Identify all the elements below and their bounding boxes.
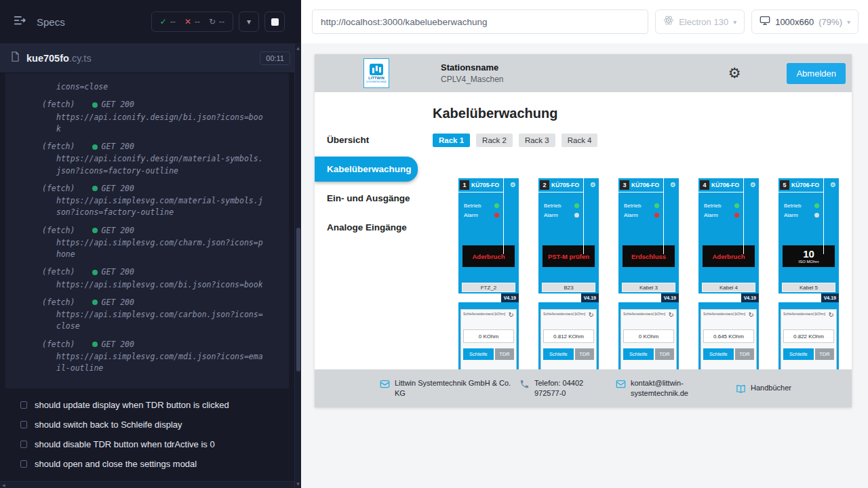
tab-rack-1[interactable]: Rack 1 <box>433 134 470 147</box>
stat-pending: ↻-- <box>209 17 224 26</box>
specs-label[interactable]: Specs <box>37 16 65 28</box>
divider <box>583 178 584 254</box>
cypress-runner-panel: Specs ✓-- ✕-- ↻-- ▾ kue705fo.cy.ts 00:11… <box>0 0 301 488</box>
device-settings-icon[interactable]: ⚙ <box>590 182 596 188</box>
phone-contact: Telefon: 04402 972577-0 <box>519 378 608 399</box>
schleife-button[interactable]: Schleife <box>543 348 574 360</box>
viewport-select[interactable]: 1000x660 (79%) ▾ <box>751 9 859 34</box>
device-model: KÜ706-FO <box>631 182 668 188</box>
sidebar-item-analoge-eingaenge[interactable]: Analoge Eingänge <box>315 215 418 240</box>
alarm-led <box>494 213 499 218</box>
refresh-icon[interactable]: ↻ <box>669 312 674 319</box>
log-entry[interactable]: (fetch)GET 200 https://api.simplesvg.com… <box>42 225 263 261</box>
test-item[interactable]: should update display when TDR button is… <box>0 395 301 415</box>
test-list: should update display when TDR button is… <box>0 392 301 476</box>
measurement-value: 0.812 KOhm <box>543 329 594 343</box>
tab-rack-3[interactable]: Rack 3 <box>519 134 555 147</box>
stat-passed: ✓-- <box>160 17 176 26</box>
tdr-button[interactable]: TDR <box>815 348 834 360</box>
chevron-down-icon: ▾ <box>247 17 251 26</box>
viewport-scale: (79%) <box>818 17 842 27</box>
refresh-icon[interactable]: ↻ <box>829 312 834 319</box>
success-dot-icon <box>92 342 98 347</box>
littwin-logo: LITTWIN SYSTEMTECHNIK <box>363 58 389 88</box>
alarm-led <box>734 213 739 218</box>
tdr-button[interactable]: TDR <box>655 348 674 360</box>
collapse-button[interactable]: ▾ <box>239 12 259 32</box>
app-sidebar: Übersicht Kabelüberwachung Ein- und Ausg… <box>315 92 418 407</box>
alarm-label: Alarm <box>624 212 638 218</box>
tdr-button[interactable]: TDR <box>495 348 514 360</box>
tab-rack-4[interactable]: Rack 4 <box>561 134 598 147</box>
scroll-up-icon[interactable]: ▲ <box>295 45 301 50</box>
test-item[interactable]: should open and close the settings modal <box>0 454 301 474</box>
tdr-button[interactable]: TDR <box>575 348 594 360</box>
url-input[interactable] <box>312 9 648 34</box>
scroll-down-icon[interactable]: ▼ <box>295 481 301 486</box>
scroll-left-icon[interactable]: ◀ <box>2 483 5 487</box>
horizontal-scrollbar[interactable]: ◀ <box>0 481 294 488</box>
station-info: Stationsname CPLV4_Maschen <box>441 62 504 84</box>
station-name: CPLV4_Maschen <box>441 75 504 84</box>
vertical-scrollbar[interactable]: ▲ ▼ <box>294 43 301 488</box>
log-entry[interactable]: (fetch)GET 200 https://api.simplesvg.com… <box>42 266 263 291</box>
divider <box>823 178 824 254</box>
log-entry[interactable]: icons=close <box>42 81 263 93</box>
refresh-icon[interactable]: ↻ <box>509 312 514 319</box>
log-entry[interactable]: (fetch)GET 200 https://api.simplesvg.com… <box>42 297 263 333</box>
measurement-label: Schleifenwiderstand [kOhm] <box>783 312 827 316</box>
stop-button[interactable] <box>264 12 285 32</box>
refresh-icon[interactable]: ↻ <box>749 312 754 319</box>
divider <box>618 293 661 302</box>
test-box-icon <box>20 421 27 428</box>
spec-header[interactable]: kue705fo.cy.ts 00:11 <box>0 43 301 73</box>
aut-stage: Electron 130 ▾ 1000x660 (79%) ▾ LITTWIN … <box>301 0 868 488</box>
test-item[interactable]: should disable TDR button when tdrActive… <box>0 434 301 454</box>
log-entry[interactable]: (fetch)GET 200 https://api.iconify.desig… <box>42 99 263 135</box>
electron-icon <box>663 15 674 28</box>
divider <box>538 192 583 192</box>
rack-tabs: Rack 1 Rack 2 Rack 3 Rack 4 <box>433 134 852 147</box>
tdr-button[interactable]: TDR <box>735 348 754 360</box>
success-dot-icon <box>92 102 98 108</box>
logout-button[interactable]: Abmelden <box>787 63 846 84</box>
schleife-button[interactable]: Schleife <box>623 348 654 360</box>
company-contact: Littwin Systemtechnik GmbH & Co. KG <box>380 378 515 399</box>
sidebar-item-uebersicht[interactable]: Übersicht <box>315 127 418 152</box>
runner-header: Specs ✓-- ✕-- ↻-- ▾ <box>0 0 301 43</box>
betrieb-led <box>494 203 499 208</box>
manuals-link[interactable]: Handbücher <box>736 383 791 394</box>
device-settings-icon[interactable]: ⚙ <box>830 182 836 188</box>
betrieb-label: Betrieb <box>624 203 641 209</box>
sidebar-item-ein-und-ausgaenge[interactable]: Ein- und Ausgänge <box>315 186 418 211</box>
betrieb-label: Betrieb <box>464 203 481 209</box>
test-stats: ✓-- ✕-- ↻-- <box>151 12 233 32</box>
device-settings-icon[interactable]: ⚙ <box>670 182 676 188</box>
specs-menu-icon[interactable] <box>14 16 26 28</box>
app-header: LITTWIN SYSTEMTECHNIK Stationsname CPLV4… <box>315 54 852 92</box>
schleife-button[interactable]: Schleife <box>463 348 494 360</box>
device-settings-icon[interactable]: ⚙ <box>750 182 756 188</box>
schleife-button[interactable]: Schleife <box>703 348 734 360</box>
browser-select[interactable]: Electron 130 ▾ <box>655 9 745 34</box>
firmware-version: V4.19 <box>821 293 839 302</box>
settings-gear-icon[interactable]: ⚙ <box>728 66 741 81</box>
sidebar-item-kabelueberwachung[interactable]: Kabelüberwachung <box>315 157 418 182</box>
measurement-panel: Schleifenwiderstand [kOhm] ↻ 0.812 KOhm … <box>540 309 597 375</box>
device-settings-icon[interactable]: ⚙ <box>510 182 516 188</box>
success-dot-icon <box>92 144 98 150</box>
alarm-led <box>654 213 659 218</box>
tab-rack-2[interactable]: Rack 2 <box>476 134 513 147</box>
scrollbar-thumb[interactable] <box>296 228 300 371</box>
email-contact[interactable]: kontakt@littwin-systemtechnik.de <box>616 378 717 399</box>
device-cards: 1KÜ705-FO⚙ Betrieb Alarm Aderbruch FTZ_2… <box>458 178 852 388</box>
log-entry[interactable]: (fetch)GET 200 https://api.iconify.desig… <box>42 141 263 177</box>
divider <box>698 293 741 302</box>
chevron-down-icon: ▾ <box>733 18 736 26</box>
log-entry[interactable]: (fetch)GET 200 https://api.simplesvg.com… <box>42 339 263 375</box>
monitor-icon <box>760 15 770 28</box>
test-item[interactable]: should switch back to Schleife display <box>0 415 301 434</box>
log-entry[interactable]: (fetch)GET 200 https://api.simplesvg.com… <box>42 183 263 219</box>
schleife-button[interactable]: Schleife <box>783 348 814 360</box>
refresh-icon[interactable]: ↻ <box>589 312 594 319</box>
